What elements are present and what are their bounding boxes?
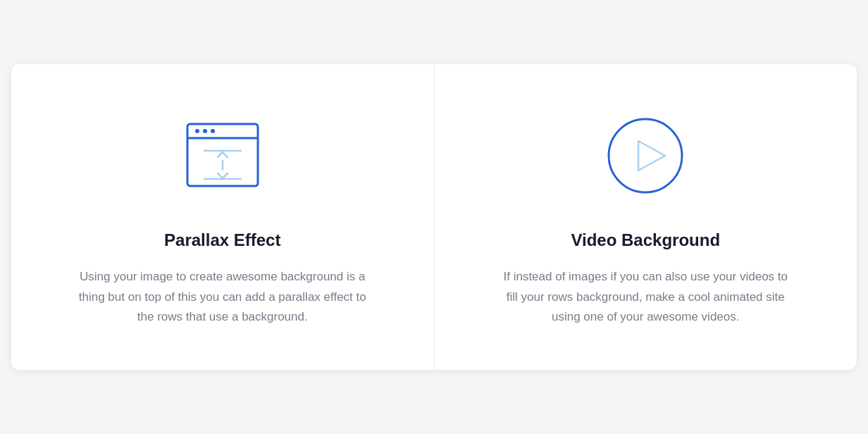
- svg-rect-0: [187, 124, 258, 186]
- video-title: Video Background: [571, 230, 720, 250]
- parallax-card: Parallax Effect Using your image to crea…: [11, 64, 435, 371]
- video-description: If instead of images if you can also use…: [497, 267, 793, 328]
- video-play-icon: [596, 106, 695, 205]
- parallax-description: Using your image to create awesome backg…: [75, 267, 371, 328]
- svg-point-2: [195, 129, 199, 133]
- parallax-title: Parallax Effect: [164, 230, 280, 250]
- feature-cards-container: Parallax Effect Using your image to crea…: [11, 64, 857, 371]
- video-card: Video Background If instead of images if…: [435, 64, 857, 371]
- svg-point-3: [203, 129, 207, 133]
- svg-marker-9: [638, 141, 665, 170]
- parallax-icon: [173, 106, 272, 205]
- svg-point-4: [211, 129, 215, 133]
- svg-point-8: [609, 119, 682, 192]
